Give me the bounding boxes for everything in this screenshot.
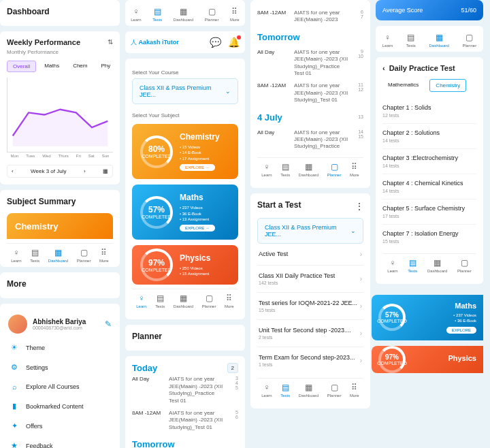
tab-chem[interactable]: Chem	[67, 61, 93, 72]
grid-icon: ⠿	[101, 248, 107, 257]
subject-card-chemistry[interactable]: 80%COMPLETED Chemistry • 15 Videos• 14 E…	[132, 124, 238, 179]
nav-learn[interactable]: ♀Learn	[136, 293, 146, 308]
july4-header: 4 July	[257, 112, 282, 123]
nav-learn[interactable]: ♀Learn	[11, 248, 21, 263]
today-count-badge: 2	[227, 363, 238, 373]
menu-bookmarked[interactable]: ▮Bookmarked Content	[7, 396, 113, 416]
sort-icon[interactable]: ⇅	[108, 38, 113, 46]
back-icon[interactable]: ‹	[382, 64, 385, 72]
nav-planner[interactable]: ▢Planner	[327, 383, 342, 398]
test-item[interactable]: Class XII Daily Practice Test142 tests›	[257, 266, 363, 293]
chevron-right-icon: ›	[360, 251, 362, 258]
mini-subject-physics[interactable]: 97%COMPLETED Physics	[372, 346, 483, 373]
test-item[interactable]: Term Exam for Second step-2023...1 tests…	[257, 347, 363, 374]
nav-planner[interactable]: ▢Planner	[327, 162, 342, 177]
nav-planner[interactable]: ▢Planner	[205, 7, 219, 22]
edit-icon[interactable]: ✎	[105, 319, 112, 329]
chapter-item[interactable]: Chapter 4 : Chemical Kinetics14 tests	[382, 174, 476, 199]
nav-dashboard[interactable]: ▦Dashboard	[48, 248, 68, 263]
subject-card-maths[interactable]: 57%COMPLETED Maths • 237 Videos• 36 E-Bo…	[132, 185, 238, 240]
mini-subject-maths[interactable]: 57%COMPLETED Maths • 237 Videos• 36 E-Bo…	[372, 295, 483, 340]
explore-button[interactable]: EXPLORE →	[180, 225, 215, 231]
nav-planner[interactable]: ▢Planner	[457, 258, 472, 273]
nav-dashboard[interactable]: ▦Dashboard	[299, 162, 318, 177]
profile-row[interactable]: Abhishek Bariya 0000408730@arid.com ✎	[7, 310, 113, 338]
menu-theme[interactable]: ☀Theme	[7, 338, 113, 357]
nav-learn[interactable]: ♀Learn	[261, 162, 272, 177]
menu-offers[interactable]: ✦Offers	[7, 416, 113, 436]
bookmark-icon: ▮	[10, 402, 19, 411]
nav-planner[interactable]: ▢Planner	[462, 33, 476, 48]
event-row[interactable]: All Day AIATS for one year JEE(Maain) -2…	[132, 373, 238, 407]
nav-learn[interactable]: ♀Learn	[387, 258, 397, 273]
star-icon: ★	[10, 441, 19, 448]
nav-dashboard[interactable]: ▦Dashboard	[429, 33, 448, 48]
menu-settings[interactable]: ⚙Settings	[7, 357, 113, 377]
tab-overall[interactable]: Overall	[7, 61, 36, 72]
chapter-item[interactable]: Chapter 7 : Isolation Energy15 tests	[382, 225, 476, 249]
weekly-perf-title: Weekly Performance	[7, 38, 80, 46]
week-prev-icon[interactable]: ‹	[12, 168, 14, 174]
star-icon: ✦	[10, 421, 19, 430]
nav-tests[interactable]: ▤Tests	[30, 248, 39, 263]
test-item[interactable]: Active Test›	[257, 244, 363, 266]
nav-tests[interactable]: ▤Tests	[408, 258, 417, 273]
start-test-title: Start a Test	[257, 200, 301, 210]
explore-button[interactable]: EXPLORE →	[180, 164, 215, 171]
nav-tests[interactable]: ▤Tests	[280, 162, 290, 177]
nav-tests[interactable]: ▤Tests	[280, 383, 290, 398]
nav-dashboard[interactable]: ▦Dashboard	[174, 293, 193, 308]
nav-planner[interactable]: ▢Planner	[202, 293, 216, 308]
week-next-icon[interactable]: ›	[84, 168, 86, 174]
select-subject-label: Select Your Subject	[132, 112, 238, 118]
nav-more[interactable]: ⠿More	[350, 162, 359, 177]
event-row[interactable]: 8AM -12AM AIATS for one year JEE(Maain) …	[132, 407, 238, 434]
profile-name: Abhishek Bariya	[33, 318, 86, 325]
subject-summary-title: Subject Summary	[7, 197, 113, 206]
menu-feedback[interactable]: ★Feedback	[7, 436, 113, 448]
event-row[interactable]: All Day AIATS for one year JEE(Maain) -2…	[257, 46, 363, 80]
tab-chemistry[interactable]: Chemistry	[429, 79, 466, 92]
nav-more[interactable]: ⠿More	[99, 248, 109, 263]
nav-tests[interactable]: ▤Tests	[152, 7, 162, 22]
nav-learn[interactable]: ♀Learn	[131, 7, 141, 22]
kebab-icon[interactable]: ⋮	[355, 202, 363, 211]
chevron-down-icon: ⌄	[350, 227, 356, 234]
test-item[interactable]: Test series for IOQM-2021-22 JEE...15 te…	[257, 293, 363, 320]
course-dropdown[interactable]: Class XII & Pass Premium JEE...⌄	[132, 78, 238, 104]
nav-more[interactable]: ⠿More	[225, 293, 234, 308]
course-dropdown[interactable]: Class XII & Pass Premium JEE...⌄	[257, 218, 363, 244]
menu-explore[interactable]: ⌕Explore All Courses	[7, 377, 113, 396]
tab-maths[interactable]: Maths	[39, 61, 65, 72]
nav-tests[interactable]: ▤Tests	[155, 293, 165, 308]
explore-button[interactable]: EXPLORE	[446, 327, 476, 334]
nav-dashboard[interactable]: ▦Dashboard	[427, 258, 447, 273]
chat-icon[interactable]: 💬	[210, 37, 221, 48]
calendar-icon[interactable]: ▦	[103, 168, 108, 174]
chapter-item[interactable]: Chapter 5 : Surface Chemistry17 tests	[382, 199, 476, 225]
nav-more[interactable]: ⠿More	[350, 383, 359, 398]
subject-card-physics[interactable]: 97%COMPLETED Physics • 250 Videos• 15 As…	[132, 245, 238, 285]
nav-dashboard[interactable]: ▦Dashboard	[299, 383, 318, 398]
chapter-item[interactable]: Chapter 2 : Solutions14 tests	[382, 124, 476, 149]
nav-learn[interactable]: ♀Learn	[382, 33, 393, 48]
event-row[interactable]: All Day AIATS for one year JEE(Maain) -2…	[257, 127, 363, 153]
nav-planner[interactable]: ▢Planner	[77, 248, 91, 263]
nav-more[interactable]: ⠿More	[230, 7, 240, 22]
search-icon: ⌕	[10, 383, 19, 391]
chapter-item[interactable]: Chapter 1 : Solids12 tests	[382, 99, 476, 124]
gear-icon: ⚙	[10, 363, 19, 372]
nav-learn[interactable]: ♀Learn	[261, 383, 272, 398]
chapter-item[interactable]: Chapter 3 :Electrochemistry14 tests	[382, 149, 476, 174]
bulb-icon: ♀	[13, 248, 19, 257]
event-row[interactable]: 8AM -12AM AIATS for one year JEE(Maain) …	[257, 80, 363, 106]
nav-tests[interactable]: ▤Tests	[406, 33, 416, 48]
select-course-label: Select Your Course	[132, 69, 238, 76]
tab-phy[interactable]: Phy	[95, 61, 116, 72]
event-row[interactable]: 8AM -12AM AIATS for one year JEE(Maain) …	[257, 7, 363, 27]
dash-icon: ▦	[54, 248, 62, 257]
bell-icon[interactable]: 🔔	[228, 37, 240, 48]
test-item[interactable]: Unit Test for Second step -2023....2 tes…	[257, 320, 363, 347]
nav-dashboard[interactable]: ▦Dashboard	[174, 7, 193, 22]
tab-mathematics[interactable]: Mathematics	[382, 79, 424, 92]
